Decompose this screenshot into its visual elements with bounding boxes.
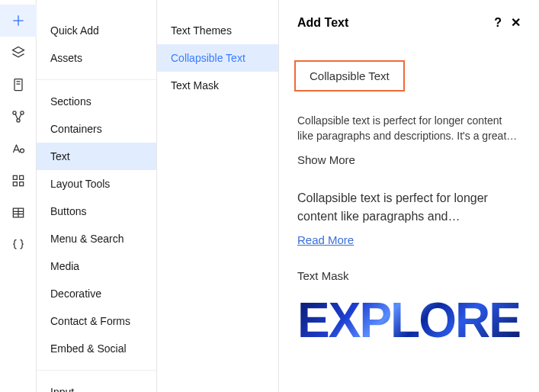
category-decorative[interactable]: Decorative [37,280,156,307]
typography-icon[interactable] [0,133,37,165]
preview-text: Collapsible text is perfect for longer c… [297,113,521,144]
read-more-link[interactable]: Read More [297,233,521,246]
page-icon[interactable] [0,69,37,101]
category-media[interactable]: Media [37,252,156,280]
section-label-textmask: Text Mask [297,269,521,282]
svg-point-3 [16,119,19,122]
category-embed-social[interactable]: Embed & Social [37,335,156,362]
category-assets[interactable]: Assets [37,44,156,72]
plus-icon[interactable] [0,5,37,37]
table-icon[interactable] [0,197,37,229]
subcategory-text-mask[interactable]: Text Mask [157,72,278,99]
svg-rect-8 [19,182,23,186]
subcategory-text-themes[interactable]: Text Themes [157,17,278,44]
category-input[interactable]: Input [37,378,156,392]
icon-rail [0,0,37,392]
subcategory-collapsible-text[interactable]: Collapsible Text [157,44,278,72]
svg-rect-5 [13,175,17,179]
braces-icon[interactable] [0,229,37,261]
category-containers[interactable]: Containers [37,115,156,143]
svg-point-1 [12,111,15,114]
layers-icon[interactable] [0,37,37,69]
category-column: Quick AddAssets SectionsContainersTextLa… [37,0,157,392]
svg-rect-0 [14,79,22,91]
category-buttons[interactable]: Buttons [37,198,156,225]
collapsible-preview-1[interactable]: Collapsible text is perfect for longer c… [297,113,521,166]
nodes-icon[interactable] [0,101,37,133]
close-icon[interactable]: ✕ [511,15,521,30]
text-mask-preview[interactable]: EXPLORE [297,299,521,343]
preview-text: Collapsible text is perfect for longer c… [297,189,521,226]
category-contact-forms[interactable]: Contact & Forms [37,307,156,335]
section-label-collapsible: Collapsible Text [294,60,405,92]
subcategory-column: Text ThemesCollapsible TextText Mask [157,0,279,392]
category-layout-tools[interactable]: Layout Tools [37,170,156,198]
main-panel: Add Text ? ✕ Collapsible Text Collapsibl… [279,0,539,392]
svg-point-4 [20,149,24,153]
svg-rect-7 [13,182,17,186]
help-icon[interactable]: ? [494,16,502,30]
svg-point-2 [20,111,23,114]
collapsible-preview-2[interactable]: Collapsible text is perfect for longer c… [297,189,521,246]
show-more-button[interactable]: Show More [297,153,521,166]
category-text[interactable]: Text [37,143,156,170]
category-menu-search[interactable]: Menu & Search [37,225,156,252]
category-sections[interactable]: Sections [37,88,156,115]
grid-icon[interactable] [0,165,37,197]
panel-title: Add Text [297,16,348,30]
category-quick-add[interactable]: Quick Add [37,17,156,44]
svg-rect-6 [19,175,23,179]
